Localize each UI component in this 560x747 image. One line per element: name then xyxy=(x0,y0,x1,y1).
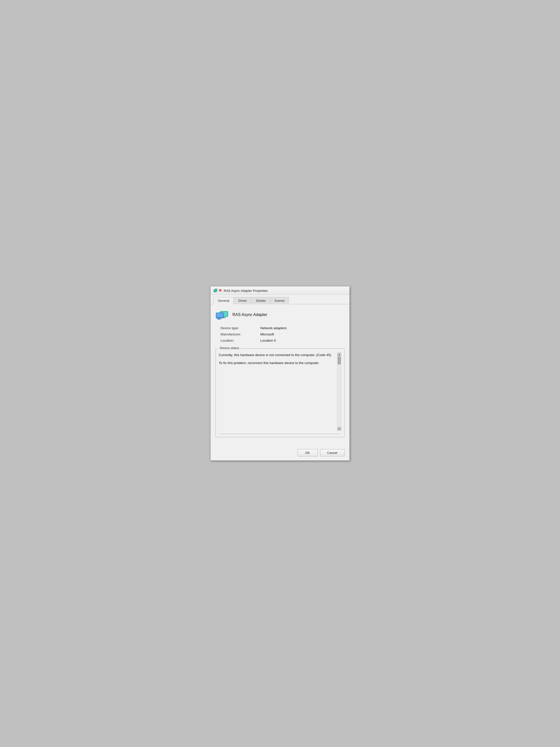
network-adapter-icon xyxy=(216,309,229,320)
tab-details[interactable]: Details xyxy=(251,297,270,304)
window-title: RAS Async Adapter Properties xyxy=(224,289,268,292)
svg-rect-8 xyxy=(218,318,220,319)
manufacturer-value: Microsoft xyxy=(260,332,344,336)
tab-driver[interactable]: Driver xyxy=(234,297,251,304)
dialog-window: ✕ RAS Async Adapter Properties General D… xyxy=(210,286,350,461)
status-message-2: To fix this problem, reconnect this hard… xyxy=(219,361,337,365)
device-status-content: Currently, this hardware device is not c… xyxy=(216,349,344,437)
location-value: Location 0 xyxy=(260,339,344,342)
tabs-bar: General Driver Details Events xyxy=(211,295,349,304)
device-type-value: Network adapters xyxy=(260,326,344,330)
restore-icon[interactable] xyxy=(214,289,217,292)
device-status-group: Device status Currently, this hardware d… xyxy=(216,349,344,437)
status-scrollbar[interactable]: ▲ ▼ xyxy=(337,353,341,431)
cancel-button[interactable]: Cancel xyxy=(320,449,344,457)
scrollbar-up-arrow[interactable]: ▲ xyxy=(338,353,341,356)
svg-rect-10 xyxy=(217,313,219,314)
dialog-footer: OK Cancel xyxy=(211,446,349,460)
device-type-label: Device type: xyxy=(220,326,260,330)
title-bar-icons: ✕ xyxy=(214,289,222,292)
status-message-1: Currently, this hardware device is not c… xyxy=(219,353,337,358)
tab-events[interactable]: Events xyxy=(270,297,289,304)
ok-button[interactable]: OK xyxy=(298,449,318,457)
scrollbar-down-arrow[interactable]: ▼ xyxy=(338,427,341,431)
properties-grid: Device type: Network adapters Manufactur… xyxy=(220,326,344,342)
device-header: RAS Async Adapter xyxy=(216,309,344,320)
status-divider xyxy=(219,434,341,434)
title-bar: ✕ RAS Async Adapter Properties xyxy=(211,287,349,295)
close-icon[interactable]: ✕ xyxy=(218,289,222,292)
manufacturer-label: Manufacturer: xyxy=(220,332,260,336)
location-label: Location: xyxy=(220,339,260,342)
device-status-text: Currently, this hardware device is not c… xyxy=(219,353,341,431)
svg-rect-9 xyxy=(217,319,221,319)
tab-general[interactable]: General xyxy=(214,297,234,304)
dialog-content: RAS Async Adapter Device type: Network a… xyxy=(211,304,349,446)
scrollbar-thumb[interactable] xyxy=(338,357,341,364)
device-name: RAS Async Adapter xyxy=(233,312,267,317)
svg-rect-1 xyxy=(215,289,217,291)
